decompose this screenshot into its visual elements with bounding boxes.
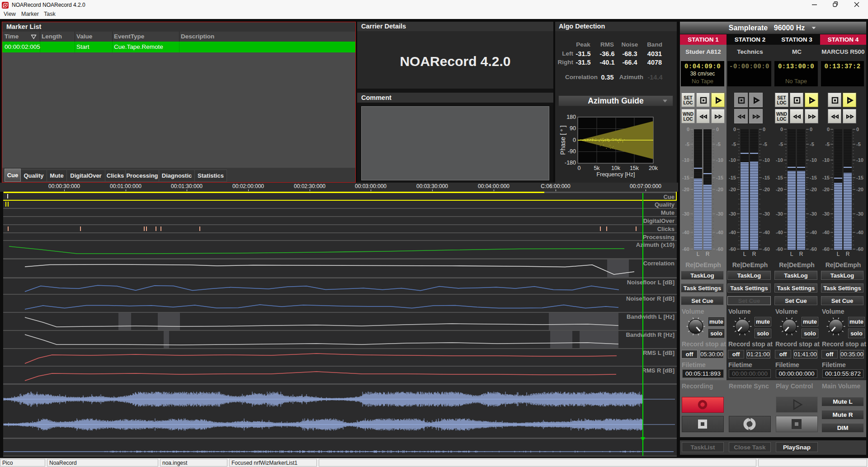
- svg-text:-30: -30: [810, 211, 817, 217]
- svg-text:0: 0: [763, 127, 765, 132]
- svg-text:-40: -40: [776, 230, 783, 235]
- svg-text:-20: -20: [763, 187, 770, 192]
- svg-text:-30: -30: [729, 211, 736, 217]
- svg-text:-5: -5: [731, 142, 736, 147]
- svg-text:-10: -10: [810, 157, 817, 163]
- svg-text:-10: -10: [716, 157, 723, 163]
- svg-text:-40: -40: [729, 230, 736, 235]
- svg-text:-15: -15: [776, 175, 783, 180]
- svg-text:L: L: [743, 251, 746, 257]
- svg-text:-60: -60: [716, 246, 723, 252]
- svg-text:-60: -60: [810, 246, 817, 252]
- svg-text:-5: -5: [856, 142, 861, 147]
- svg-text:-60: -60: [763, 246, 770, 252]
- svg-text:0: 0: [827, 127, 830, 132]
- svg-text:-10: -10: [776, 157, 783, 163]
- svg-text:-15: -15: [822, 175, 830, 180]
- svg-text:L: L: [837, 251, 840, 257]
- svg-text:-40: -40: [822, 230, 830, 235]
- svg-text:-20: -20: [716, 187, 723, 192]
- svg-text:-60: -60: [776, 246, 783, 252]
- svg-text:L: L: [697, 251, 700, 257]
- svg-text:R: R: [846, 251, 850, 257]
- svg-text:0: 0: [856, 127, 859, 132]
- svg-text:-10: -10: [682, 157, 689, 163]
- svg-text:-20: -20: [682, 187, 689, 192]
- svg-text:0: 0: [716, 127, 719, 132]
- svg-text:-15: -15: [682, 175, 689, 180]
- svg-text:-20: -20: [856, 187, 863, 192]
- svg-text:-20: -20: [822, 187, 830, 192]
- svg-text:R: R: [799, 251, 803, 257]
- svg-text:0: 0: [810, 127, 812, 132]
- svg-text:-10: -10: [729, 157, 736, 163]
- svg-text:-60: -60: [856, 246, 863, 252]
- svg-text:-10: -10: [856, 157, 863, 163]
- svg-text:L: L: [790, 251, 793, 257]
- svg-text:0: 0: [780, 127, 783, 132]
- svg-text:-15: -15: [729, 175, 736, 180]
- svg-text:-40: -40: [763, 230, 770, 235]
- svg-text:-20: -20: [776, 187, 783, 192]
- svg-text:0: 0: [687, 127, 689, 132]
- svg-text:-10: -10: [822, 157, 830, 163]
- svg-text:0: 0: [733, 127, 736, 132]
- svg-text:R: R: [706, 251, 710, 257]
- svg-text:-30: -30: [776, 211, 783, 217]
- svg-text:-15: -15: [810, 175, 817, 180]
- svg-text:-5: -5: [810, 142, 814, 147]
- svg-text:-15: -15: [716, 175, 723, 180]
- svg-text:-60: -60: [822, 246, 830, 252]
- svg-text:-5: -5: [716, 142, 721, 147]
- svg-text:-30: -30: [856, 211, 863, 217]
- svg-text:-20: -20: [810, 187, 817, 192]
- svg-text:-30: -30: [682, 211, 689, 217]
- svg-text:-40: -40: [682, 230, 689, 235]
- svg-text:R: R: [752, 251, 756, 257]
- svg-text:-30: -30: [716, 211, 723, 217]
- svg-text:-30: -30: [763, 211, 770, 217]
- svg-text:-5: -5: [763, 142, 767, 147]
- svg-text:-20: -20: [729, 187, 736, 192]
- svg-text:-5: -5: [685, 142, 689, 147]
- svg-text:-10: -10: [763, 157, 770, 163]
- svg-text:-60: -60: [729, 246, 736, 252]
- svg-text:-40: -40: [716, 230, 723, 235]
- svg-text:-40: -40: [810, 230, 817, 235]
- svg-text:-30: -30: [822, 211, 830, 217]
- svg-text:-60: -60: [682, 246, 689, 252]
- svg-text:-15: -15: [763, 175, 770, 180]
- svg-text:-5: -5: [825, 142, 830, 147]
- svg-text:-5: -5: [778, 142, 783, 147]
- svg-text:-15: -15: [856, 175, 863, 180]
- svg-text:-40: -40: [856, 230, 863, 235]
